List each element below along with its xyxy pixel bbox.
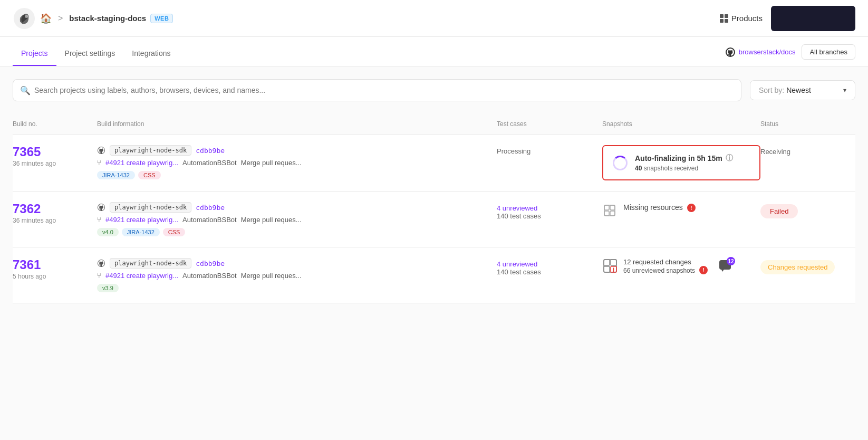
missing-icon xyxy=(602,203,617,221)
af-sub: 40 snapshots received xyxy=(635,165,733,172)
unreview-warn: 66 unreviewed snapshots ! xyxy=(623,266,708,274)
web-badge: WEB xyxy=(150,14,173,23)
col-build-info: Build information xyxy=(97,118,497,130)
snapshots-col: Missing resources ! xyxy=(602,202,760,221)
project-name: bstack-staging-docs xyxy=(69,14,146,23)
tab-projects[interactable]: Projects xyxy=(13,41,56,66)
chevron-down-icon: ▾ xyxy=(843,87,846,94)
github-small-icon xyxy=(97,259,105,267)
autofinalizing-info: Auto-finalizing in 5h 15m ⓘ 40 snapshots… xyxy=(635,154,733,172)
build-info-row2: ⑂ #4921 create playwrig... AutomationBSB… xyxy=(97,159,488,167)
error-icon: ! xyxy=(687,204,696,212)
table-header: Build no. Build information Test cases S… xyxy=(13,114,855,135)
sub-nav: Projects Project settings Integrations b… xyxy=(0,37,868,66)
pr-icon: ⑂ xyxy=(97,272,101,280)
status-col: Failed xyxy=(760,202,855,218)
build-number[interactable]: 7362 xyxy=(13,202,97,216)
tags: v4.0 JIRA-1432 CSS xyxy=(97,228,488,236)
tag-v4: v4.0 xyxy=(97,228,119,236)
status-col: Receiving xyxy=(760,145,855,156)
commit-hash[interactable]: cdbb9be xyxy=(196,260,225,267)
tags: v3.9 xyxy=(97,284,488,292)
pr-link[interactable]: #4921 create playwrig... xyxy=(105,216,178,224)
status-col: Changes requested xyxy=(760,258,855,274)
build-info-col: playwright-node-sdk cdbb9be ⑂ #4921 crea… xyxy=(97,202,497,236)
tags: JIRA-1432 CSS xyxy=(97,171,488,179)
test-cases-col: Processing xyxy=(497,145,602,155)
build-time: 36 minutes ago xyxy=(13,217,97,224)
unreviewed-snapshots-text: 66 unreviewed snapshots xyxy=(623,267,695,274)
author: AutomationBSBot xyxy=(182,272,237,280)
test-unreviewed: 4 unreviewed xyxy=(497,204,602,212)
processing-text: Processing xyxy=(497,145,531,155)
build-time: 36 minutes ago xyxy=(13,160,97,167)
svg-rect-13 xyxy=(611,260,616,265)
test-unreviewed: 4 unreviewed xyxy=(497,260,602,268)
warning-icon: ! xyxy=(699,266,708,274)
github-small-icon xyxy=(97,146,105,155)
build-info-row1: playwright-node-sdk cdbb9be xyxy=(97,202,488,213)
products-button[interactable]: Products xyxy=(720,14,763,23)
snapshots-col: Auto-finalizing in 5h 15m ⓘ 40 snapshots… xyxy=(602,145,760,180)
status-badge-failed: Failed xyxy=(760,204,798,218)
pr-link[interactable]: #4921 create playwrig... xyxy=(105,159,178,167)
svg-rect-6 xyxy=(604,205,609,210)
github-link[interactable]: browserstack/docs xyxy=(725,47,796,58)
table-row: 7361 5 hours ago playwright-node-sdk cdb… xyxy=(13,247,855,303)
chat-badge: 12 xyxy=(718,259,732,274)
svg-rect-12 xyxy=(604,260,610,265)
build-number[interactable]: 7361 xyxy=(13,258,97,272)
tag-jira: JIRA-1432 xyxy=(122,228,160,236)
changes-snapshot-text-block: 12 requested changes 66 unreviewed snaps… xyxy=(623,258,708,274)
tab-integrations[interactable]: Integrations xyxy=(123,41,179,66)
search-icon: 🔍 xyxy=(20,85,31,95)
tag-jira: JIRA-1432 xyxy=(97,171,135,179)
table-row: 7362 36 minutes ago playwright-node-sdk … xyxy=(13,192,855,247)
all-branches-button[interactable]: All branches xyxy=(802,44,855,60)
build-number-col: 7365 36 minutes ago xyxy=(13,145,97,167)
search-sort-bar: 🔍 Sort by: Newest ▾ xyxy=(13,79,855,101)
snapshots-col: 12 requested changes 66 unreviewed snaps… xyxy=(602,258,760,275)
search-input[interactable] xyxy=(13,79,741,101)
test-cases-col: 4 unreviewed 140 test cases xyxy=(497,258,602,276)
svg-rect-5 xyxy=(604,205,615,216)
svg-rect-7 xyxy=(610,205,615,210)
home-link[interactable]: 🏠 xyxy=(40,13,52,24)
col-test-cases: Test cases xyxy=(497,118,602,130)
status-badge-changes: Changes requested xyxy=(760,260,835,274)
tag-css: CSS xyxy=(138,171,161,179)
missing-resources-info: Missing resources ! xyxy=(623,203,696,212)
user-button[interactable] xyxy=(771,6,855,31)
commit-hash[interactable]: cdbb9be xyxy=(196,204,225,212)
col-build-no: Build no. xyxy=(13,118,97,130)
build-info-row2: ⑂ #4921 create playwrig... AutomationBSB… xyxy=(97,216,488,224)
autofinalizing-box: Auto-finalizing in 5h 15m ⓘ 40 snapshots… xyxy=(602,145,760,180)
af-title: Auto-finalizing in 5h 15m ⓘ xyxy=(635,154,733,163)
build-number[interactable]: 7365 xyxy=(13,145,97,159)
col-snapshots: Snapshots xyxy=(602,118,760,130)
svg-rect-14 xyxy=(604,266,610,272)
build-info-col: playwright-node-sdk cdbb9be ⑂ #4921 crea… xyxy=(97,258,497,292)
author: AutomationBSBot xyxy=(182,159,237,167)
table-row: 7365 36 minutes ago playwright-node-sdk … xyxy=(13,135,855,192)
svg-point-17 xyxy=(613,271,614,272)
pr-icon: ⑂ xyxy=(97,159,101,167)
chat-count-badge: 12 xyxy=(727,257,735,265)
sdk-badge: playwright-node-sdk xyxy=(110,202,191,213)
pr-link[interactable]: #4921 create playwrig... xyxy=(105,272,178,280)
search-wrapper: 🔍 xyxy=(13,79,741,101)
pr-icon: ⑂ xyxy=(97,216,101,224)
commit-msg: Merge pull reques... xyxy=(241,159,302,167)
commit-msg: Merge pull reques... xyxy=(241,272,302,280)
tab-project-settings[interactable]: Project settings xyxy=(56,41,124,66)
build-time: 5 hours ago xyxy=(13,273,97,280)
github-link-text: browserstack/docs xyxy=(739,48,796,56)
grid-icon xyxy=(720,14,728,23)
nav-tabs: Projects Project settings Integrations xyxy=(13,41,179,66)
tag-css: CSS xyxy=(163,228,186,236)
sort-dropdown[interactable]: Sort by: Newest ▾ xyxy=(750,80,855,100)
status-receiving: Receiving xyxy=(760,148,790,156)
col-status: Status xyxy=(760,118,855,130)
build-info-col: playwright-node-sdk cdbb9be ⑂ #4921 crea… xyxy=(97,145,497,179)
commit-hash[interactable]: cdbb9be xyxy=(196,147,225,155)
